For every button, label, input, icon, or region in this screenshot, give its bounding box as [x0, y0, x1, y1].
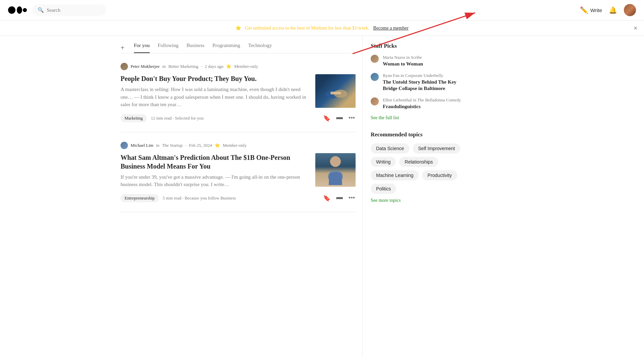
read-time: 5 min read · Because you follow Business: [163, 195, 236, 201]
article-tag[interactable]: Entrepreneurship: [121, 194, 159, 202]
thumb-person: [315, 153, 356, 187]
article-tag[interactable]: Marketing: [121, 114, 147, 122]
topics-grid: Data Science Self Improvement Writing Re…: [371, 143, 468, 194]
svg-point-4: [23, 8, 27, 12]
save-button[interactable]: 🔖: [322, 194, 331, 203]
member-label: Member-only: [223, 143, 246, 148]
author-avatar: [121, 63, 128, 70]
pick-meta: Ellen Liebenthal in The Belladonna Comed…: [383, 97, 461, 103]
publication[interactable]: The Startup: [162, 143, 183, 148]
notifications-icon[interactable]: 🔔: [609, 6, 617, 14]
article-footer: Marketing 12 min read · Selected for you…: [121, 114, 356, 123]
article-thumbnail[interactable]: [315, 74, 356, 108]
article-footer: Entrepreneurship 5 min read · Because yo…: [121, 194, 356, 203]
svg-point-3: [17, 6, 22, 14]
pick-title[interactable]: The Untold Story Behind The Key Bridge C…: [383, 79, 468, 92]
write-label: Write: [590, 7, 602, 13]
article-title[interactable]: People Don't Buy Your Product; They Buy …: [121, 74, 310, 83]
staff-picks-title: Staff Picks: [371, 43, 468, 49]
pick-title[interactable]: Fraudulinguistics: [383, 103, 461, 110]
publication[interactable]: Better Marketing: [168, 64, 198, 69]
pick-info: Ryan Fan in Corporate Underbelly The Unt…: [383, 73, 468, 92]
article-thumbnail[interactable]: [315, 153, 356, 187]
more-button[interactable]: •••: [348, 194, 356, 202]
svg-point-8: [330, 156, 341, 167]
article-card: Peter Mukherjee in Better Marketing · 2 …: [121, 53, 356, 132]
recommended-topics-title: Recommended topics: [371, 131, 468, 138]
svg-rect-7: [330, 92, 341, 94]
save-button[interactable]: 🔖: [322, 114, 331, 123]
tab-following[interactable]: Following: [158, 43, 179, 53]
write-icon: ✏️: [580, 6, 588, 14]
see-full-list-link[interactable]: See the full list: [371, 115, 468, 121]
header: 🔍 Search ✏️ Write 🔔: [0, 0, 644, 20]
search-bar[interactable]: 🔍 Search: [32, 4, 106, 16]
add-tab-button[interactable]: +: [121, 44, 125, 52]
member-badge: ⭐: [226, 64, 231, 69]
banner-icon: ⭐: [235, 26, 241, 31]
topic-pill-data-science[interactable]: Data Science: [371, 143, 409, 153]
banner-cta[interactable]: Become a member: [373, 26, 409, 31]
tab-for-you[interactable]: For you: [134, 43, 150, 53]
author-avatar: [121, 142, 128, 149]
article-body: People Don't Buy Your Product; They Buy …: [121, 74, 356, 108]
dislike-button[interactable]: ➖: [335, 114, 344, 123]
feed-section: + For you Following Business Programming…: [114, 36, 362, 357]
thumb-handshake: [315, 74, 356, 108]
member-badge: ⭐: [215, 143, 220, 148]
logo[interactable]: [8, 5, 27, 15]
author-name[interactable]: Michael Lim: [131, 143, 153, 148]
search-icon: 🔍: [38, 7, 44, 13]
avatar-image: [624, 4, 636, 16]
more-button[interactable]: •••: [348, 114, 356, 122]
staff-pick[interactable]: Maria Nazos in Scribe Woman to Woman: [371, 55, 468, 68]
article-meta: Michael Lim in The Startup · Feb 25, 202…: [121, 142, 356, 149]
pick-meta: Maria Nazos in Scribe: [383, 55, 423, 60]
banner: ⭐ Get unlimited access to the best of Me…: [0, 20, 644, 36]
see-more-topics-link[interactable]: See more topics: [371, 198, 468, 203]
topic-pill-writing[interactable]: Writing: [371, 157, 396, 167]
svg-point-2: [8, 6, 15, 14]
tab-programming[interactable]: Programming: [213, 43, 240, 53]
search-placeholder: Search: [47, 7, 60, 13]
topic-pill-productivity[interactable]: Productivity: [422, 170, 457, 180]
article-date: Feb 25, 2024: [189, 143, 212, 148]
dislike-button[interactable]: ➖: [335, 194, 344, 203]
article-excerpt: If you're under 39, you've got a massive…: [121, 173, 310, 188]
recommended-topics-section: Recommended topics Data Science Self Imp…: [371, 131, 468, 203]
article-meta: Peter Mukherjee in Better Marketing · 2 …: [121, 63, 356, 70]
staff-pick[interactable]: Ryan Fan in Corporate Underbelly The Unt…: [371, 73, 468, 92]
topic-pill-machine-learning[interactable]: Machine Learning: [371, 170, 419, 180]
staff-pick[interactable]: Ellen Liebenthal in The Belladonna Comed…: [371, 97, 468, 110]
topic-pill-self-improvement[interactable]: Self Improvement: [413, 143, 460, 153]
tabs-nav: + For you Following Business Programming…: [121, 36, 356, 53]
pick-avatar: [371, 73, 379, 81]
pick-meta: Ryan Fan in Corporate Underbelly: [383, 73, 468, 78]
staff-picks-section: Staff Picks Maria Nazos in Scribe Woman …: [371, 43, 468, 121]
header-right: ✏️ Write 🔔: [580, 4, 636, 16]
topic-pill-politics[interactable]: Politics: [371, 184, 396, 194]
tab-technology[interactable]: Technology: [248, 43, 272, 53]
article-excerpt: A masterclass in selling: How I was sold…: [121, 86, 310, 108]
pick-title[interactable]: Woman to Woman: [383, 61, 423, 68]
banner-close-button[interactable]: ×: [634, 25, 637, 32]
article-title[interactable]: What Sam Altman's Prediction About The $…: [121, 153, 310, 171]
article-date: 2 days ago: [205, 64, 224, 69]
pick-info: Ellen Liebenthal in The Belladonna Comed…: [383, 97, 461, 110]
pick-avatar: [371, 55, 379, 63]
author-name[interactable]: Peter Mukherjee: [131, 64, 159, 69]
avatar[interactable]: [624, 4, 636, 16]
tab-business[interactable]: Business: [186, 43, 204, 53]
write-button[interactable]: ✏️ Write: [580, 6, 602, 14]
member-label: Member-only: [234, 64, 258, 69]
footer-actions: 🔖 ➖ •••: [322, 114, 356, 123]
pick-avatar: [371, 97, 379, 105]
article-card: Michael Lim in The Startup · Feb 25, 202…: [121, 132, 356, 212]
pick-info: Maria Nazos in Scribe Woman to Woman: [383, 55, 423, 68]
banner-text: Get unlimited access to the best of Medi…: [245, 26, 369, 31]
article-text: People Don't Buy Your Product; They Buy …: [121, 74, 310, 108]
article-body: What Sam Altman's Prediction About The $…: [121, 153, 356, 188]
read-time: 12 min read · Selected for you: [151, 116, 203, 121]
footer-actions: 🔖 ➖ •••: [322, 194, 356, 203]
topic-pill-relationships[interactable]: Relationships: [399, 157, 438, 167]
